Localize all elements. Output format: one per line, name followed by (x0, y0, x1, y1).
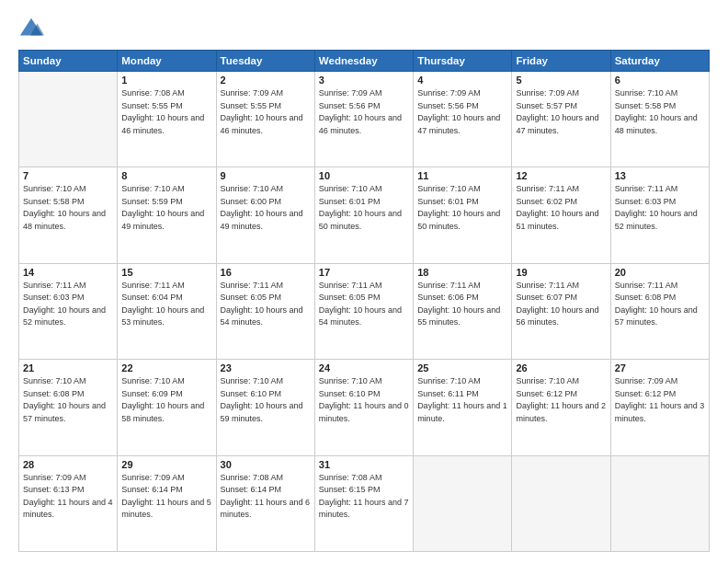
day-number: 4 (417, 75, 507, 86)
day-number: 1 (121, 75, 211, 86)
page: SundayMondayTuesdayWednesdayThursdayFrid… (0, 0, 728, 563)
day-info: Sunrise: 7:11 AMSunset: 6:06 PMDaylight:… (417, 280, 507, 329)
calendar-day-cell: 15Sunrise: 7:11 AMSunset: 6:04 PMDayligh… (118, 263, 216, 359)
calendar-day-cell (19, 72, 118, 167)
day-number: 14 (23, 267, 113, 278)
day-info: Sunrise: 7:09 AMSunset: 6:13 PMDaylight:… (23, 472, 113, 522)
calendar-day-cell: 14Sunrise: 7:11 AMSunset: 6:03 PMDayligh… (19, 263, 118, 359)
calendar-day-cell: 10Sunrise: 7:10 AMSunset: 6:01 PMDayligh… (314, 167, 413, 263)
day-number: 19 (516, 267, 606, 278)
day-number: 29 (121, 459, 211, 470)
day-info: Sunrise: 7:10 AMSunset: 6:10 PMDaylight:… (319, 375, 409, 425)
day-info: Sunrise: 7:10 AMSunset: 6:09 PMDaylight:… (121, 375, 211, 425)
day-info: Sunrise: 7:09 AMSunset: 5:55 PMDaylight:… (221, 87, 311, 137)
calendar-day-cell (610, 455, 709, 551)
calendar-day-cell: 19Sunrise: 7:11 AMSunset: 6:07 PMDayligh… (512, 263, 610, 359)
calendar-day-header: Sunday (19, 51, 118, 72)
day-number: 16 (221, 267, 311, 278)
calendar-day-cell (512, 455, 610, 551)
day-number: 7 (23, 170, 113, 181)
calendar-day-cell: 17Sunrise: 7:11 AMSunset: 6:05 PMDayligh… (314, 263, 413, 359)
calendar-day-cell: 26Sunrise: 7:10 AMSunset: 6:12 PMDayligh… (512, 360, 610, 455)
day-number: 31 (319, 459, 409, 470)
day-info: Sunrise: 7:10 AMSunset: 6:10 PMDaylight:… (221, 375, 311, 425)
day-number: 2 (221, 75, 311, 86)
calendar-day-header: Monday (118, 51, 216, 72)
day-number: 25 (417, 362, 507, 373)
day-number: 15 (121, 267, 211, 278)
day-info: Sunrise: 7:11 AMSunset: 6:08 PMDaylight:… (615, 280, 705, 329)
calendar-header-row: SundayMondayTuesdayWednesdayThursdayFrid… (19, 51, 710, 72)
day-info: Sunrise: 7:11 AMSunset: 6:07 PMDaylight:… (516, 280, 606, 329)
day-number: 27 (615, 362, 705, 373)
day-number: 6 (615, 75, 705, 86)
day-info: Sunrise: 7:09 AMSunset: 5:56 PMDaylight:… (319, 87, 409, 137)
day-number: 17 (319, 267, 409, 278)
calendar-day-cell: 3Sunrise: 7:09 AMSunset: 5:56 PMDaylight… (314, 72, 413, 167)
day-number: 8 (121, 170, 211, 181)
calendar-day-cell: 4Sunrise: 7:09 AMSunset: 5:56 PMDaylight… (414, 72, 512, 167)
calendar-day-cell: 1Sunrise: 7:08 AMSunset: 5:55 PMDaylight… (118, 72, 216, 167)
calendar-day-cell: 24Sunrise: 7:10 AMSunset: 6:10 PMDayligh… (314, 360, 413, 455)
day-info: Sunrise: 7:11 AMSunset: 6:03 PMDaylight:… (23, 280, 113, 329)
calendar-table: SundayMondayTuesdayWednesdayThursdayFrid… (18, 50, 710, 552)
day-info: Sunrise: 7:11 AMSunset: 6:02 PMDaylight:… (516, 183, 606, 233)
day-number: 13 (615, 170, 705, 181)
day-info: Sunrise: 7:09 AMSunset: 6:14 PMDaylight:… (121, 472, 211, 522)
calendar-week-row: 7Sunrise: 7:10 AMSunset: 5:58 PMDaylight… (19, 167, 710, 263)
day-number: 3 (319, 75, 409, 86)
day-info: Sunrise: 7:10 AMSunset: 5:58 PMDaylight:… (23, 183, 113, 233)
calendar-week-row: 14Sunrise: 7:11 AMSunset: 6:03 PMDayligh… (19, 263, 710, 359)
day-info: Sunrise: 7:09 AMSunset: 6:12 PMDaylight:… (615, 375, 705, 425)
day-info: Sunrise: 7:10 AMSunset: 6:00 PMDaylight:… (221, 183, 311, 233)
calendar-day-cell: 21Sunrise: 7:10 AMSunset: 6:08 PMDayligh… (19, 360, 118, 455)
day-info: Sunrise: 7:11 AMSunset: 6:05 PMDaylight:… (319, 280, 409, 329)
day-number: 28 (23, 459, 113, 470)
calendar-day-header: Friday (512, 51, 610, 72)
day-info: Sunrise: 7:10 AMSunset: 5:58 PMDaylight:… (615, 87, 705, 137)
day-info: Sunrise: 7:11 AMSunset: 6:03 PMDaylight:… (615, 183, 705, 233)
calendar-week-row: 28Sunrise: 7:09 AMSunset: 6:13 PMDayligh… (19, 455, 710, 551)
day-info: Sunrise: 7:11 AMSunset: 6:04 PMDaylight:… (121, 280, 211, 329)
header (18, 17, 710, 42)
day-number: 10 (319, 170, 409, 181)
calendar-day-cell: 20Sunrise: 7:11 AMSunset: 6:08 PMDayligh… (610, 263, 709, 359)
calendar-day-cell: 25Sunrise: 7:10 AMSunset: 6:11 PMDayligh… (414, 360, 512, 455)
day-number: 20 (615, 267, 705, 278)
day-number: 30 (221, 459, 311, 470)
calendar-day-cell: 13Sunrise: 7:11 AMSunset: 6:03 PMDayligh… (610, 167, 709, 263)
calendar-day-cell: 7Sunrise: 7:10 AMSunset: 5:58 PMDaylight… (19, 167, 118, 263)
day-number: 22 (121, 362, 211, 373)
logo-icon (18, 17, 44, 42)
calendar-day-cell: 16Sunrise: 7:11 AMSunset: 6:05 PMDayligh… (216, 263, 314, 359)
day-info: Sunrise: 7:08 AMSunset: 5:55 PMDaylight:… (121, 87, 211, 137)
calendar-day-cell: 6Sunrise: 7:10 AMSunset: 5:58 PMDaylight… (610, 72, 709, 167)
day-info: Sunrise: 7:09 AMSunset: 5:56 PMDaylight:… (417, 87, 507, 137)
day-number: 12 (516, 170, 606, 181)
calendar-day-cell: 22Sunrise: 7:10 AMSunset: 6:09 PMDayligh… (118, 360, 216, 455)
calendar-day-cell: 9Sunrise: 7:10 AMSunset: 6:00 PMDaylight… (216, 167, 314, 263)
day-info: Sunrise: 7:10 AMSunset: 6:01 PMDaylight:… (319, 183, 409, 233)
day-info: Sunrise: 7:10 AMSunset: 6:01 PMDaylight:… (417, 183, 507, 233)
day-number: 24 (319, 362, 409, 373)
calendar-day-header: Wednesday (314, 51, 413, 72)
calendar-day-cell: 12Sunrise: 7:11 AMSunset: 6:02 PMDayligh… (512, 167, 610, 263)
calendar-day-cell: 8Sunrise: 7:10 AMSunset: 5:59 PMDaylight… (118, 167, 216, 263)
day-number: 26 (516, 362, 606, 373)
day-info: Sunrise: 7:11 AMSunset: 6:05 PMDaylight:… (221, 280, 311, 329)
calendar-day-header: Thursday (414, 51, 512, 72)
day-info: Sunrise: 7:08 AMSunset: 6:15 PMDaylight:… (319, 472, 409, 522)
calendar-week-row: 21Sunrise: 7:10 AMSunset: 6:08 PMDayligh… (19, 360, 710, 455)
day-info: Sunrise: 7:10 AMSunset: 5:59 PMDaylight:… (121, 183, 211, 233)
calendar-day-cell: 5Sunrise: 7:09 AMSunset: 5:57 PMDaylight… (512, 72, 610, 167)
day-info: Sunrise: 7:10 AMSunset: 6:08 PMDaylight:… (23, 375, 113, 425)
day-number: 23 (221, 362, 311, 373)
calendar-day-cell: 31Sunrise: 7:08 AMSunset: 6:15 PMDayligh… (314, 455, 413, 551)
calendar-day-cell: 29Sunrise: 7:09 AMSunset: 6:14 PMDayligh… (118, 455, 216, 551)
calendar-day-cell: 27Sunrise: 7:09 AMSunset: 6:12 PMDayligh… (610, 360, 709, 455)
day-number: 11 (417, 170, 507, 181)
calendar-day-cell: 30Sunrise: 7:08 AMSunset: 6:14 PMDayligh… (216, 455, 314, 551)
calendar-day-cell: 18Sunrise: 7:11 AMSunset: 6:06 PMDayligh… (414, 263, 512, 359)
calendar-day-header: Tuesday (216, 51, 314, 72)
calendar-day-cell: 23Sunrise: 7:10 AMSunset: 6:10 PMDayligh… (216, 360, 314, 455)
